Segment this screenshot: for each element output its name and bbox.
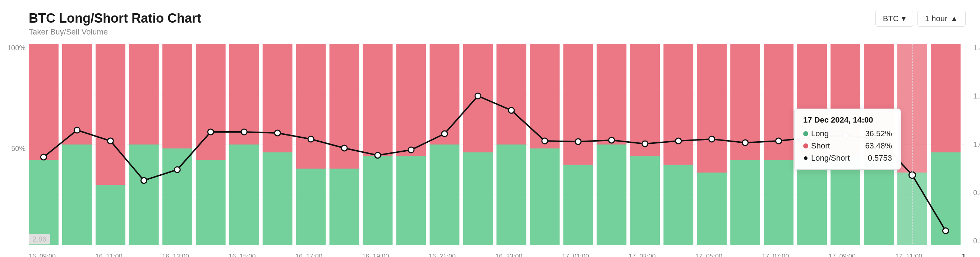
x-label-0: 16, 09:00 [29, 253, 56, 257]
short-dot [803, 144, 808, 148]
x-label-12: 17, 09:00 [829, 253, 856, 257]
chart-container: BTC Long/Short Ratio Chart Taker Buy/Sel… [0, 0, 980, 257]
x-label-3: 16, 15:00 [229, 253, 256, 257]
x-label-7: 16, 23:00 [495, 253, 522, 257]
svg-rect-40 [597, 145, 626, 245]
chart-subtitle: Taker Buy/Sell Volume [29, 27, 201, 37]
svg-rect-41 [597, 44, 626, 145]
svg-rect-54 [830, 156, 860, 245]
x-axis: 16, 09:00 16, 11:00 16, 13:00 16, 15:00 … [29, 253, 966, 257]
svg-rect-61 [931, 44, 961, 152]
x-label-6: 16, 21:00 [429, 253, 456, 257]
tooltip-ratio-label: Long/Short [803, 153, 850, 163]
svg-rect-13 [129, 44, 159, 145]
x-label-2: 16, 13:00 [162, 253, 189, 257]
svg-rect-34 [496, 145, 526, 245]
interval-label: 1 hour [925, 14, 947, 23]
svg-point-70 [308, 136, 314, 142]
y-label-140: 1.40 [973, 44, 980, 52]
x-label-8: 17, 01:00 [562, 253, 589, 257]
svg-rect-15 [162, 44, 192, 148]
svg-point-71 [341, 145, 347, 151]
x-label-14: 1 [962, 253, 966, 257]
svg-rect-36 [530, 148, 560, 245]
tooltip-row-short: Short 63.48% [803, 141, 892, 151]
tooltip: 17 Dec 2024, 14:00 Long 36.52% Short 63.… [794, 109, 901, 170]
svg-rect-52 [797, 156, 827, 245]
svg-point-62 [41, 154, 46, 160]
svg-rect-43 [630, 44, 660, 156]
x-label-5: 16, 19:00 [362, 253, 389, 257]
svg-rect-11 [95, 44, 126, 185]
svg-point-84 [776, 138, 782, 144]
svg-rect-42 [630, 156, 660, 245]
x-label-9: 17, 03:00 [628, 253, 655, 257]
chart-header: BTC Long/Short Ratio Chart Taker Buy/Sel… [29, 11, 966, 37]
tooltip-short-label: Short [803, 141, 830, 151]
tooltip-short-value: 63.48% [865, 141, 892, 151]
svg-rect-31 [430, 44, 460, 145]
svg-rect-24 [329, 169, 360, 245]
svg-rect-32 [463, 152, 493, 245]
svg-point-73 [408, 147, 414, 153]
chart-area: 100% 50% 1.40 1.20 1.00 0.80 0.57 [29, 44, 966, 245]
x-label-11: 17, 07:00 [762, 253, 789, 257]
ratio-dot [803, 156, 808, 161]
svg-point-83 [743, 140, 748, 145]
svg-point-69 [275, 130, 280, 136]
svg-point-80 [642, 141, 648, 147]
x-label-4: 16, 17:00 [295, 253, 322, 257]
svg-rect-14 [162, 148, 192, 245]
asset-selector[interactable]: BTC ▾ [875, 11, 913, 27]
svg-point-78 [575, 139, 581, 145]
svg-rect-7 [29, 44, 59, 160]
svg-rect-45 [663, 44, 693, 164]
svg-point-66 [174, 167, 180, 172]
asset-chevron: ▾ [902, 14, 905, 23]
svg-rect-46 [697, 172, 727, 245]
y-label-080: 0.80 [973, 189, 980, 197]
tooltip-ratio-value: 0.5753 [868, 153, 892, 163]
svg-rect-48 [730, 160, 760, 245]
svg-rect-37 [530, 44, 560, 148]
svg-rect-44 [663, 164, 693, 245]
svg-point-74 [442, 131, 447, 137]
svg-rect-38 [563, 164, 593, 245]
controls: BTC ▾ 1 hour ▲ [875, 11, 966, 27]
svg-point-64 [107, 138, 113, 144]
x-label-10: 17, 05:00 [695, 253, 722, 257]
y-label-50: 50% [11, 145, 25, 153]
svg-rect-22 [296, 169, 326, 245]
svg-rect-50 [764, 160, 794, 245]
svg-point-81 [676, 138, 681, 144]
svg-rect-18 [229, 145, 259, 245]
svg-rect-26 [363, 156, 393, 245]
svg-rect-30 [430, 145, 460, 245]
svg-point-75 [475, 93, 481, 99]
interval-chevron: ▲ [950, 14, 958, 23]
tooltip-row-ratio: Long/Short 0.5753 [803, 153, 892, 163]
interval-selector[interactable]: 1 hour ▲ [918, 11, 966, 27]
svg-rect-35 [496, 44, 526, 145]
svg-point-67 [208, 129, 213, 135]
svg-rect-20 [263, 152, 293, 245]
svg-rect-47 [697, 44, 727, 172]
svg-rect-28 [396, 156, 426, 245]
y-axis-left: 100% 50% [7, 44, 25, 245]
x-label-1: 16, 11:00 [95, 253, 122, 257]
tooltip-long-value: 36.52% [865, 129, 892, 138]
asset-label: BTC [883, 14, 899, 23]
y-label-100: 100% [7, 44, 25, 52]
svg-rect-56 [864, 160, 894, 245]
y-label-100r: 1.00 [973, 140, 980, 149]
tooltip-long-label: Long [803, 129, 829, 138]
long-dot [803, 131, 808, 136]
svg-point-82 [709, 136, 715, 142]
svg-rect-27 [363, 44, 393, 156]
svg-rect-29 [396, 44, 426, 156]
y-axis-right: 1.40 1.20 1.00 0.80 0.57 [973, 44, 980, 245]
svg-point-63 [74, 127, 80, 133]
tooltip-short-text: Short [811, 141, 830, 151]
title-section: BTC Long/Short Ratio Chart Taker Buy/Sel… [29, 11, 201, 37]
tooltip-long-text: Long [811, 129, 829, 138]
